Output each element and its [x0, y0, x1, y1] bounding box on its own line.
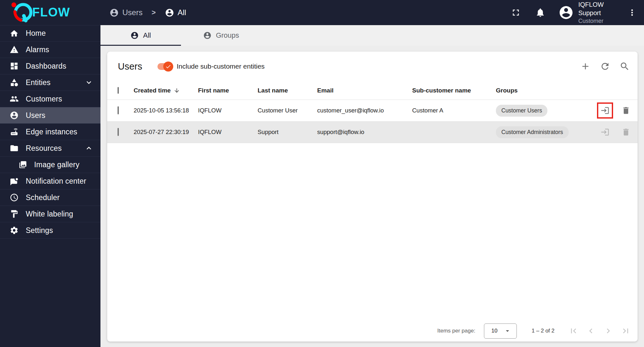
include-sub-customer-toggle[interactable] [157, 63, 172, 70]
router-icon [10, 127, 19, 136]
sidebar-item-edge-instances[interactable]: Edge instances [0, 124, 100, 140]
cell-email: support@iqflow.io [317, 129, 412, 136]
people-icon [10, 94, 19, 103]
column-header-sub-customer[interactable]: Sub-customer name [412, 87, 496, 94]
tab-all[interactable]: All [100, 25, 181, 46]
iqflow-logo[interactable]: FLOW [5, 0, 83, 25]
toggle-thumb [163, 62, 173, 72]
previous-page-icon[interactable] [586, 326, 596, 336]
cell-first-name: IQFLOW [198, 129, 258, 136]
kebab-menu-icon[interactable] [627, 8, 637, 17]
column-header-created-time[interactable]: Created time [134, 87, 198, 94]
table-row[interactable]: 2025-07-27 22:30:19 IQFLOW Support suppo… [107, 121, 638, 143]
sidebar-item-label: Alarms [26, 45, 49, 54]
folder-icon [10, 144, 19, 153]
sidebar-item-customers[interactable]: Customers [0, 91, 100, 107]
group-chip: Customer Users [496, 105, 547, 117]
tab-groups[interactable]: Groups [181, 25, 261, 46]
sidebar-item-label: Settings [26, 226, 53, 235]
login-as-user-icon[interactable] [601, 106, 610, 115]
sidebar-item-dashboards[interactable]: Dashboards [0, 58, 100, 74]
column-header-last-name[interactable]: Last name [258, 87, 317, 94]
column-header-email[interactable]: Email [317, 87, 412, 94]
sidebar-item-settings[interactable]: Settings [0, 222, 100, 239]
breadcrumb-users-label: Users [122, 8, 143, 17]
cell-first-name: IQFLOW [198, 107, 258, 114]
user-name: IQFLOW Support [578, 0, 620, 17]
topbar-actions: IQFLOW Support Customer [511, 0, 637, 25]
topbar: FLOW Users > All IQFLOW Support Customer [0, 0, 644, 25]
group-chip: Customer Administrators [496, 126, 569, 138]
tab-all-label: All [143, 31, 151, 40]
table-header-row: Created time First name Last name Email … [107, 81, 638, 100]
items-per-page-label: Items per page: [437, 328, 475, 334]
delete-icon[interactable] [621, 128, 630, 137]
next-page-icon[interactable] [603, 326, 613, 336]
login-as-user-icon[interactable] [601, 128, 610, 137]
sidebar-item-label: Dashboards [26, 62, 66, 71]
sidebar-item-scheduler[interactable]: Scheduler [0, 189, 100, 206]
row-checkbox[interactable] [118, 128, 119, 136]
row-actions [587, 102, 638, 119]
account-circle-icon [109, 8, 119, 17]
sidebar-item-notification-center[interactable]: Notification center [0, 173, 100, 189]
account-circle-icon [130, 31, 139, 40]
page-size-value: 10 [491, 328, 497, 334]
sidebar-item-home[interactable]: Home [0, 25, 100, 42]
user-role: Customer [578, 17, 620, 25]
sidebar-item-white-labeling[interactable]: White labeling [0, 206, 100, 222]
sidebar-item-label: Notification center [26, 177, 86, 186]
cell-last-name: Support [258, 129, 317, 136]
warning-icon [10, 45, 19, 54]
image-gallery-icon [19, 160, 27, 169]
sidebar-item-alarms[interactable]: Alarms [0, 42, 100, 58]
dropdown-arrow-icon [504, 327, 511, 335]
logo-wordmark: FLOW [32, 5, 70, 19]
fullscreen-icon[interactable] [511, 7, 521, 18]
dashboard-icon [10, 62, 19, 71]
avatar[interactable] [558, 5, 574, 20]
user-menu[interactable]: IQFLOW Support Customer [578, 0, 620, 25]
bell-icon[interactable] [535, 7, 545, 18]
table-row[interactable]: 2025-10-05 13:56:18 IQFLOW Customer User… [107, 100, 638, 121]
chat-unread-icon [10, 177, 19, 186]
first-page-icon[interactable] [569, 326, 578, 336]
page-range-label: 1 – 2 of 2 [532, 328, 554, 334]
page-size-select[interactable]: 10 [484, 323, 517, 339]
delete-icon[interactable] [621, 106, 630, 115]
toggle-label: Include sub-customer entities [177, 63, 265, 70]
sidebar-item-label: Entities [26, 78, 51, 87]
sidebar-item-entities[interactable]: Entities [0, 74, 100, 91]
card-header: Users Include sub-customer entities [107, 52, 638, 81]
sidebar-item-image-gallery[interactable]: Image gallery [0, 157, 100, 173]
last-page-icon[interactable] [621, 326, 630, 336]
select-all-checkbox[interactable] [118, 87, 119, 94]
account-circle-icon [165, 8, 174, 17]
gear-icon [10, 226, 19, 235]
refresh-button[interactable] [600, 61, 610, 72]
cell-created-time: 2025-10-05 13:56:18 [134, 107, 198, 114]
page-title: Users [118, 61, 142, 72]
users-card: Users Include sub-customer entities Crea… [107, 52, 638, 342]
breadcrumb-all[interactable]: All [165, 8, 186, 17]
category-icon [10, 78, 19, 87]
row-actions [587, 124, 638, 140]
column-header-first-name[interactable]: First name [198, 87, 258, 94]
sidebar-item-users[interactable]: Users [0, 107, 100, 124]
sort-descending-icon [174, 87, 180, 94]
row-checkbox[interactable] [118, 106, 119, 114]
add-user-button[interactable] [580, 61, 591, 72]
sidebar-item-resources[interactable]: Resources [0, 140, 100, 157]
click-annotation-box [597, 102, 613, 119]
breadcrumb-users[interactable]: Users [109, 8, 143, 17]
clock-icon [10, 193, 19, 202]
chevron-down-icon [84, 78, 93, 87]
sidebar: Home Alarms Dashboards Entities Customer… [0, 25, 100, 347]
search-button[interactable] [620, 61, 630, 72]
breadcrumb: Users > All [109, 8, 186, 17]
column-header-groups[interactable]: Groups [496, 87, 587, 94]
paginator: Items per page: 10 1 – 2 of 2 [107, 320, 638, 342]
sidebar-item-label: Scheduler [26, 193, 60, 202]
cell-sub-customer: Customer A [412, 107, 496, 114]
account-circle-icon [203, 31, 212, 40]
